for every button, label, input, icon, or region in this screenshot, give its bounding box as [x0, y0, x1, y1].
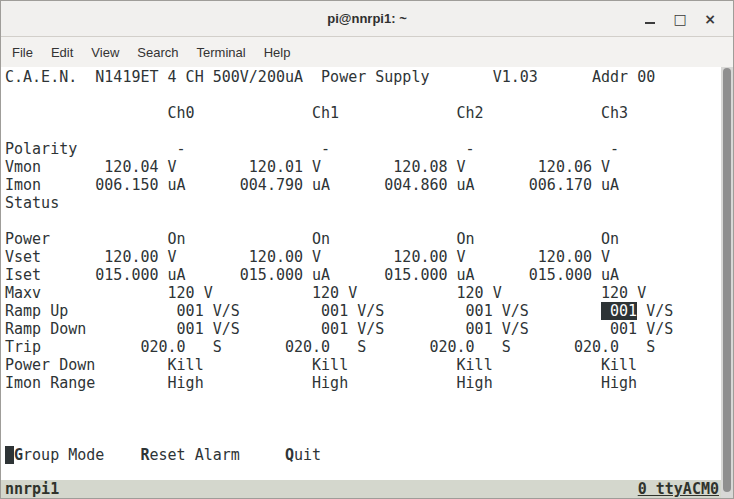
minimize-icon[interactable] — [635, 8, 665, 30]
row-power: Power On On On On — [5, 230, 721, 248]
blank-line — [5, 410, 721, 428]
menu-search[interactable]: Search — [128, 41, 187, 64]
terminal-cursor — [5, 446, 14, 464]
menu-terminal[interactable]: Terminal — [188, 41, 255, 64]
row-iset: Iset 015.000 uA 015.000 uA 015.000 uA 01… — [5, 266, 721, 284]
scrollbar-track[interactable] — [721, 67, 733, 498]
menu-file[interactable]: File — [3, 41, 42, 64]
status-bar: nnrpi1 0 ttyACM0 — [1, 480, 723, 498]
blank-line — [5, 464, 721, 480]
ps-header-line: C.A.E.N. N1419ET 4 CH 500V/200uA Power S… — [5, 68, 721, 86]
blank-line — [5, 86, 721, 104]
row-polarity: Polarity - - - - — [5, 140, 721, 158]
row-maxv: Maxv 120 V 120 V 120 V 120 V — [5, 284, 721, 302]
titlebar[interactable]: pi@nnrpi1: ~ □ × — [1, 1, 733, 37]
row-power-down: Power Down Kill Kill Kill Kill — [5, 356, 721, 374]
row-vset: Vset 120.00 V 120.00 V 120.00 V 120.00 V — [5, 248, 721, 266]
quit-hotkey: Q — [285, 446, 294, 464]
maximize-icon[interactable]: □ — [665, 8, 695, 30]
menu-edit[interactable]: Edit — [42, 41, 82, 64]
row-ramp-down: Ramp Down 001 V/S 001 V/S 001 V/S 001 V/… — [5, 320, 721, 338]
status-tty: 0 ttyACM0 — [638, 480, 719, 498]
row-vmon: Vmon 120.04 V 120.01 V 120.08 V 120.06 V — [5, 158, 721, 176]
window-title: pi@nnrpi1: ~ — [327, 11, 407, 26]
reset-alarm-hotkey: R — [140, 446, 149, 464]
group-mode-hotkey: G — [14, 446, 23, 464]
menu-view[interactable]: View — [82, 41, 128, 64]
status-hostname: nnrpi1 — [5, 480, 59, 498]
scrollbar-thumb[interactable] — [723, 68, 731, 492]
row-status: Status — [5, 194, 721, 212]
terminal-window: pi@nnrpi1: ~ □ × File Edit View Search T… — [0, 0, 734, 499]
window-controls: □ × — [635, 1, 725, 36]
tui-menu-line: Group Mode Reset Alarm Quit — [5, 446, 721, 464]
channel-header-line: Ch0 Ch1 Ch2 Ch3 — [5, 104, 721, 122]
blank-line — [5, 212, 721, 230]
row-imon: Imon 006.150 uA 004.790 uA 004.860 uA 00… — [5, 176, 721, 194]
close-icon[interactable]: × — [695, 8, 725, 30]
terminal-output[interactable]: C.A.E.N. N1419ET 4 CH 500V/200uA Power S… — [1, 67, 721, 480]
blank-line — [5, 122, 721, 140]
row-trip: Trip 020.0 S 020.0 S 020.0 S 020.0 S — [5, 338, 721, 356]
blank-line — [5, 392, 721, 410]
selected-cell-ch3-ramp-up: 001 — [601, 302, 637, 320]
row-ramp-up: Ramp Up 001 V/S 001 V/S 001 V/S 001 V/S — [5, 302, 721, 320]
menu-bar: File Edit View Search Terminal Help — [1, 37, 733, 68]
menu-help[interactable]: Help — [255, 41, 300, 64]
blank-line — [5, 428, 721, 446]
row-imon-range: Imon Range High High High High — [5, 374, 721, 392]
